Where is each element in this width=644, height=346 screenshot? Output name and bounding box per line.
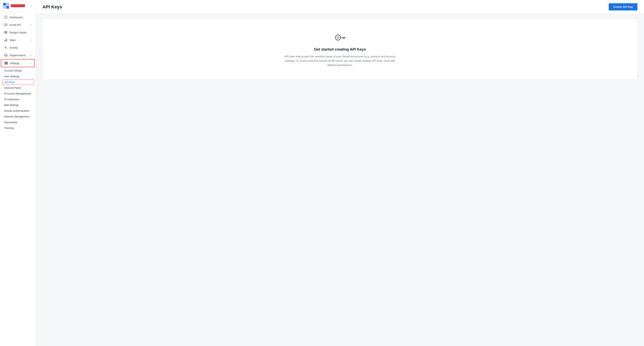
activity-icon	[4, 46, 8, 49]
subnav-item-account-details[interactable]: Account Details	[0, 68, 36, 74]
sidebar-item-design-library[interactable]: Design Library	[1, 29, 35, 36]
subnav-item-alert-settings[interactable]: Alert Settings	[0, 74, 36, 79]
sidebar-item-email-api[interactable]: Email API ▾	[1, 21, 35, 28]
subnav-item-tracking[interactable]: Tracking	[0, 125, 36, 131]
chevron-down-icon: ▾	[30, 62, 31, 64]
chevron-down-icon: ▾	[30, 24, 32, 26]
svg-rect-12	[5, 64, 8, 64]
svg-rect-1	[6, 6, 9, 8]
logo-brand-bar	[11, 4, 25, 7]
page-title: API Keys	[42, 4, 62, 10]
sidebar-item-stats[interactable]: Stats ▾	[1, 36, 35, 44]
dashboard-icon	[4, 15, 8, 19]
empty-state-card: Get started creating API Keys API keys h…	[42, 19, 638, 80]
main-nav: Dashboard Email API ▾ Design Library	[0, 12, 36, 134]
logo-chevron-icon: ▾	[31, 4, 32, 7]
svg-rect-10	[5, 62, 8, 62]
subnav-item-ip-access-management[interactable]: IP Access Management	[0, 91, 36, 96]
sidebar-item-label: Suppressions	[10, 54, 26, 57]
svg-rect-11	[5, 63, 8, 63]
key-icon	[334, 31, 346, 44]
content-area: Get started creating API Keys API keys h…	[36, 14, 644, 346]
svg-rect-2	[6, 3, 9, 5]
stats-icon	[4, 38, 8, 42]
svg-point-13	[335, 35, 341, 40]
sidebar-item-dashboard[interactable]: Dashboard	[1, 13, 35, 21]
sidebar-item-label: Dashboard	[10, 16, 22, 19]
email-api-icon	[4, 23, 8, 26]
design-library-icon	[4, 31, 8, 34]
empty-state-description: API keys help protect the sensitive area…	[282, 54, 398, 67]
sidebar-item-label: Stats	[10, 38, 16, 42]
svg-rect-5	[4, 24, 7, 26]
sidebar-item-label: Email API	[10, 23, 21, 26]
sidebar-item-label: Design Library	[10, 31, 27, 34]
svg-point-14	[337, 36, 339, 38]
svg-rect-7	[5, 39, 6, 41]
sidebar-item-settings[interactable]: Settings ▾	[1, 59, 35, 67]
subnav-item-mail-settings[interactable]: Mail Settings	[0, 102, 36, 108]
svg-rect-3	[3, 6, 6, 8]
sidebar-item-label: Settings	[10, 62, 20, 65]
subnav-item-ip-addresses[interactable]: IP Addresses	[0, 96, 36, 102]
settings-subnav: Account Details Alert Settings API Keys …	[0, 67, 36, 132]
subnav-item-inbound-parse[interactable]: Inbound Parse	[0, 85, 36, 91]
create-api-key-button[interactable]: Create API Key	[609, 3, 638, 10]
settings-icon	[4, 61, 8, 65]
sidebar: ▾ Dashboard Email API ▾ Design Libra	[0, 0, 36, 346]
subnav-item-subuser-management[interactable]: Subuser Management	[0, 114, 36, 119]
sendgrid-logo-icon	[3, 3, 9, 8]
top-bar: API Keys Create API Key	[36, 0, 644, 14]
empty-state-title: Get started creating API Keys	[314, 47, 366, 52]
svg-rect-6	[4, 40, 5, 41]
svg-rect-0	[3, 3, 6, 5]
logo-area[interactable]: ▾	[0, 0, 36, 12]
main-content: API Keys Create API Key Get started crea…	[36, 0, 644, 346]
sidebar-item-label: Activity	[10, 46, 18, 49]
sidebar-item-suppressions[interactable]: Suppressions ▾	[1, 51, 35, 59]
sidebar-item-activity[interactable]: Activity	[1, 44, 35, 51]
suppressions-icon	[4, 53, 8, 57]
subnav-item-sender-authentication[interactable]: Sender Authentication	[0, 108, 36, 114]
chevron-down-icon: ▾	[30, 54, 32, 56]
subnav-item-teammates[interactable]: Teammates	[0, 119, 36, 125]
subnav-item-api-keys[interactable]: API Keys	[2, 79, 34, 85]
svg-rect-8	[6, 38, 7, 41]
chevron-down-icon: ▾	[30, 39, 32, 41]
